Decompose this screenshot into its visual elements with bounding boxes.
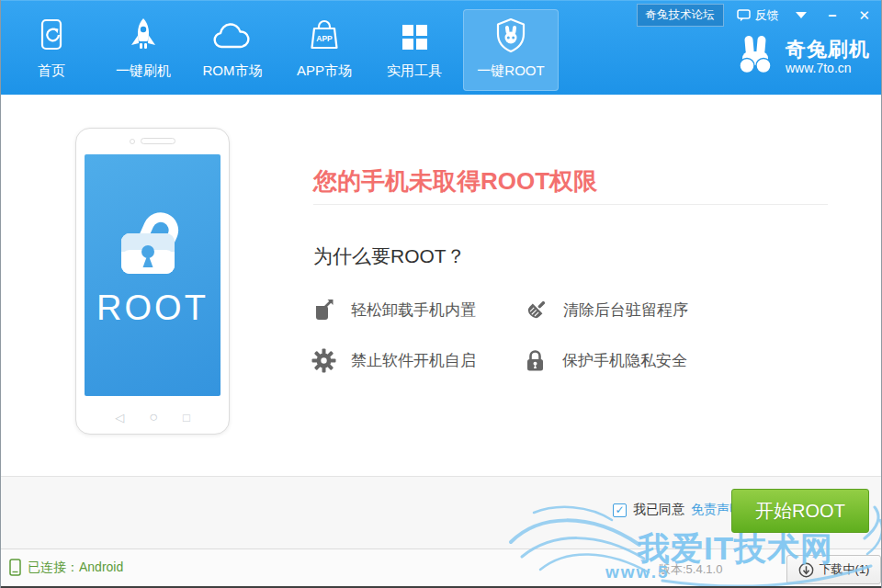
app-window: 首页 一键刷机 ROM市场 — [0, 0, 882, 588]
brush-icon — [523, 298, 548, 323]
gear-icon — [311, 348, 336, 373]
start-root-button[interactable]: 开始ROOT — [731, 489, 869, 533]
speech-bubble-icon — [737, 9, 751, 22]
phone-screen: ROOT — [85, 154, 220, 396]
app-bag-icon: APP — [305, 13, 344, 61]
nav-item-label: 首页 — [38, 62, 65, 80]
feature-privacy: 保护手机隐私安全 — [523, 348, 688, 373]
rocket-icon — [125, 13, 162, 61]
minimize-button[interactable]: – — [823, 7, 842, 24]
feedback-label: 反馈 — [755, 7, 779, 24]
phone-nav-buttons: ◁ ○ □ — [76, 409, 229, 425]
brand-logo: 奇兔刷机 www.7to.cn — [733, 34, 870, 80]
nav-item-rom-market[interactable]: ROM市场 — [187, 9, 278, 91]
nav-item-label: ROM市场 — [203, 62, 263, 80]
feature-label: 禁止软件开机自启 — [351, 350, 476, 371]
nav-item-label: 一键ROOT — [477, 62, 544, 80]
nav-item-flash[interactable]: 一键刷机 — [97, 9, 189, 91]
agree-label: 我已同意 — [633, 502, 684, 518]
topbar: 奇兔技术论坛 反馈 – ✕ — [637, 4, 874, 27]
divider — [313, 204, 828, 205]
connected-phone-icon — [9, 559, 21, 576]
android-recent-icon: □ — [183, 411, 190, 424]
app-bag-text: APP — [316, 34, 333, 43]
phone-speaker — [76, 138, 229, 144]
android-home-icon: ○ — [149, 409, 158, 425]
feature-clean: 清除后台驻留程序 — [523, 298, 688, 323]
status-bar — [1, 548, 882, 586]
close-button[interactable]: ✕ — [854, 7, 874, 24]
nav-item-app-market[interactable]: APP APP市场 — [278, 9, 370, 91]
page-title: 您的手机未取得ROOT权限 — [313, 165, 597, 198]
feature-uninstall: 轻松卸载手机内置 — [311, 298, 523, 322]
privacy-lock-icon — [523, 348, 548, 373]
feature-autostart: 禁止软件开机自启 — [311, 348, 523, 373]
open-lock-icon — [108, 191, 197, 279]
rabbit-logo-icon — [733, 34, 777, 80]
brand-url: www.7to.cn — [786, 61, 870, 76]
feedback-button[interactable]: 反馈 — [737, 7, 779, 24]
nav-item-label: 实用工具 — [387, 62, 442, 80]
phone-illustration: ROOT ◁ ○ □ — [75, 128, 230, 435]
feature-label: 轻松卸载手机内置 — [351, 300, 476, 321]
shield-rabbit-icon — [492, 13, 530, 61]
download-label: 下载中(1) — [820, 561, 870, 578]
cloud-icon — [210, 13, 254, 61]
forum-button[interactable]: 奇兔技术论坛 — [637, 4, 724, 27]
phone-screen-label: ROOT — [96, 288, 209, 328]
connection-label: 已连接：Android — [28, 560, 123, 576]
why-root-heading: 为什么要ROOT？ — [313, 243, 466, 269]
grid-tools-icon — [397, 13, 432, 61]
chevron-down-icon[interactable] — [796, 12, 807, 18]
download-status-button[interactable]: 下载中(1) — [786, 555, 881, 584]
header: 首页 一键刷机 ROM市场 — [1, 0, 882, 95]
nav-item-label: 一键刷机 — [116, 62, 171, 80]
nav-item-tools[interactable]: 实用工具 — [368, 9, 460, 91]
nav-item-one-key-root[interactable]: 一键ROOT — [463, 9, 559, 91]
feature-label: 保护手机隐私安全 — [562, 350, 687, 371]
nav-item-home[interactable]: 首页 — [24, 9, 79, 91]
android-back-icon: ◁ — [115, 411, 124, 424]
download-icon — [798, 562, 814, 578]
home-refresh-icon — [33, 13, 70, 61]
feature-label: 清除后台驻留程序 — [563, 300, 688, 321]
agree-row: ✓ 我已同意免责声明 — [613, 502, 742, 518]
uninstall-phone-icon — [311, 298, 336, 322]
agree-checkbox[interactable]: ✓ — [613, 503, 627, 517]
brand-name: 奇兔刷机 — [786, 39, 870, 61]
connection-status: 已连接：Android — [9, 559, 123, 576]
feature-list: 轻松卸载手机内置 清除后台驻留程序 — [311, 285, 688, 386]
nav-item-label: APP市场 — [297, 62, 352, 80]
version-label: 版本:5.4.1.0 — [659, 561, 722, 578]
main-content: ROOT ◁ ○ □ 您的手机未取得ROOT权限 为什么要ROOT？ 轻松卸载手… — [1, 96, 882, 476]
